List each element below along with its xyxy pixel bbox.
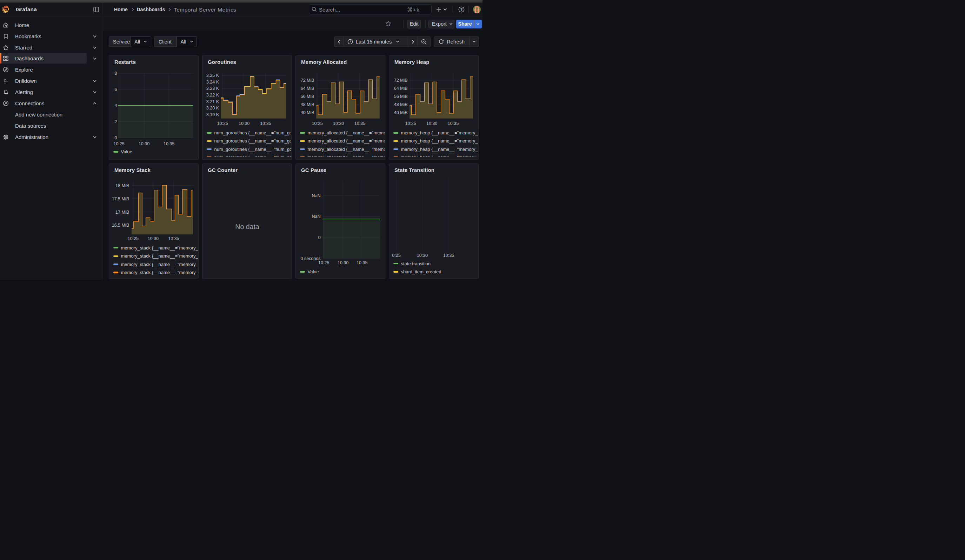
svg-text:3.21 K: 3.21 K xyxy=(206,99,219,104)
svg-text:8: 8 xyxy=(114,71,117,76)
svg-text:10:35: 10:35 xyxy=(260,121,271,126)
svg-text:10:30: 10:30 xyxy=(417,253,427,258)
svg-text:40 MiB: 40 MiB xyxy=(300,110,314,115)
svg-text:56 MiB: 56 MiB xyxy=(394,94,407,99)
svg-text:48 MiB: 48 MiB xyxy=(300,102,314,107)
svg-text:3.24 K: 3.24 K xyxy=(206,80,219,85)
svg-text:3.22 K: 3.22 K xyxy=(206,93,219,98)
svg-text:10:25: 10:25 xyxy=(405,121,416,126)
svg-text:10:35: 10:35 xyxy=(168,236,179,241)
svg-text:10:30: 10:30 xyxy=(426,121,437,126)
svg-text:10:30: 10:30 xyxy=(238,121,249,126)
svg-text:56 MiB: 56 MiB xyxy=(300,94,314,99)
svg-text:16.5 MiB: 16.5 MiB xyxy=(111,222,129,227)
svg-text:10:25: 10:25 xyxy=(312,121,322,126)
svg-text:10:30: 10:30 xyxy=(138,141,149,146)
svg-text:0:25: 0:25 xyxy=(392,253,401,258)
svg-text:10:30: 10:30 xyxy=(337,260,348,265)
svg-text:18 MiB: 18 MiB xyxy=(115,183,129,188)
svg-text:10:35: 10:35 xyxy=(354,121,365,126)
svg-text:17.5 MiB: 17.5 MiB xyxy=(111,196,129,201)
svg-text:72 MiB: 72 MiB xyxy=(394,78,407,83)
svg-text:6: 6 xyxy=(114,87,117,92)
svg-text:40 MiB: 40 MiB xyxy=(394,110,407,115)
svg-text:2: 2 xyxy=(114,119,117,124)
svg-text:10:30: 10:30 xyxy=(333,121,343,126)
svg-text:4: 4 xyxy=(114,103,117,108)
svg-text:?: ? xyxy=(460,7,463,11)
svg-text:64 MiB: 64 MiB xyxy=(394,86,407,91)
svg-text:64 MiB: 64 MiB xyxy=(300,86,314,91)
svg-text:10:35: 10:35 xyxy=(443,253,454,258)
svg-text:10:25: 10:25 xyxy=(318,260,329,265)
svg-text:3.20 K: 3.20 K xyxy=(206,106,219,111)
svg-text:0: 0 xyxy=(318,235,321,240)
svg-text:10:25: 10:25 xyxy=(128,236,138,241)
svg-text:3.23 K: 3.23 K xyxy=(206,86,219,91)
svg-text:3.19 K: 3.19 K xyxy=(206,112,219,117)
svg-text:10:35: 10:35 xyxy=(163,141,174,146)
svg-text:10:35: 10:35 xyxy=(447,121,458,126)
svg-text:10:25: 10:25 xyxy=(217,121,228,126)
svg-text:10:35: 10:35 xyxy=(357,260,367,265)
svg-text:NaN: NaN xyxy=(312,214,321,219)
svg-text:10:30: 10:30 xyxy=(147,236,158,241)
svg-text:NaN: NaN xyxy=(312,193,321,198)
svg-text:0 seconds: 0 seconds xyxy=(300,256,321,261)
svg-text:0: 0 xyxy=(114,136,117,140)
svg-text:72 MiB: 72 MiB xyxy=(300,78,314,83)
svg-text:10:25: 10:25 xyxy=(113,141,124,146)
svg-text:48 MiB: 48 MiB xyxy=(394,102,407,107)
svg-text:3.25 K: 3.25 K xyxy=(206,73,219,78)
svg-text:17 MiB: 17 MiB xyxy=(115,209,129,214)
